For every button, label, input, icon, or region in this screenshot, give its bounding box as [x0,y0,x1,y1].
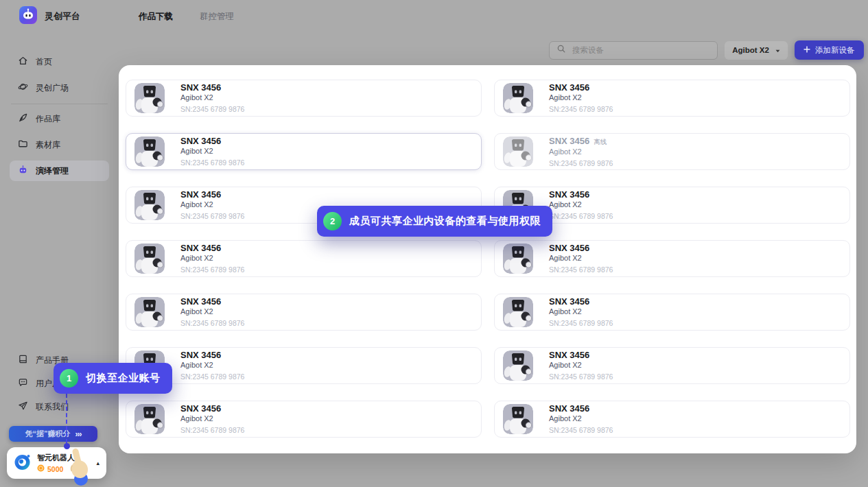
device-card[interactable]: SNX 3456 Agibot X2 SN:2345 6789 9876 [494,240,850,277]
device-serial-number: SN:2345 6789 9876 [180,319,244,327]
device-card[interactable]: SNX 3456 Agibot X2 SN:2345 6789 9876 [126,347,482,384]
collapse-caret-icon[interactable]: ▴ [96,460,99,466]
earn-points-button[interactable]: 凭“据”赚积分 ››› [9,426,97,442]
device-status-badge: 离线 [594,138,607,147]
device-model: Agibot X2 [549,361,613,369]
sidebar-item-contact-us[interactable]: 联系我们 [10,396,109,417]
device-info: SNX 3456 Agibot X2 SN:2345 6789 9876 [180,404,244,434]
device-card[interactable]: SNX 3456 Agibot X2 SN:2345 6789 9876 [494,80,850,117]
sidebar-item-label: 作品库 [36,113,60,125]
sidebar-item-works-library[interactable]: 作品库 [10,108,109,129]
device-model: Agibot X2 [180,307,244,316]
step-number-badge: 1 [60,369,78,388]
robot-thumbnail [134,404,165,434]
sidebar-item-home[interactable]: 首页 [10,51,109,72]
device-info: SNX 3456 Agibot X2 SN:2345 6789 9876 [549,244,613,274]
device-model: Agibot X2 [549,414,613,423]
device-info: SNX 3456 Agibot X2 SN:2345 6789 9876 [549,83,613,113]
device-title: SNX 3456 [549,190,589,200]
device-serial-number: SN:2345 6789 9876 [549,372,613,381]
device-model: Agibot X2 [180,414,244,423]
device-panel: SNX 3456 Agibot X2 SN:2345 6789 9876 SNX… [119,65,856,453]
add-device-label: 添加新设备 [815,45,855,56]
device-card[interactable]: SNX 3456 Agibot X2 SN:2345 6789 9876 [126,133,482,170]
device-info: SNX 3456 Agibot X2 SN:2345 6789 9876 [180,297,244,327]
device-card[interactable]: SNX 3456 Agibot X2 SN:2345 6789 9876 [126,240,482,277]
device-card[interactable]: SNX 3456 Agibot X2 SN:2345 6789 9876 [494,347,850,384]
robot-thumbnail [503,244,533,274]
sidebar-item-label: 首页 [36,56,52,68]
device-title: SNX 3456 [180,351,221,360]
device-serial-number: SN:2345 6789 9876 [549,212,613,220]
device-info: SNX 3456 Agibot X2 SN:2345 6789 9876 [180,83,244,113]
device-serial-number: SN:2345 6789 9876 [549,426,613,434]
device-title: SNX 3456 [180,297,221,307]
search-box[interactable] [549,41,718,60]
device-info: SNX 3456 Agibot X2 SN:2345 6789 9876 [180,136,244,167]
brand: 灵创平台 [19,6,80,27]
points-value: 5000 [47,465,63,473]
device-title: SNX 3456 [549,83,589,93]
tour-step-1-text: 切换至企业账号 [86,372,161,385]
coin-icon [37,464,45,473]
device-toolbar: Agibot X2 添加新设备 [549,40,864,60]
quill-icon [18,112,28,125]
tour-step-2-text: 成员可共享企业内设备的查看与使用权限 [349,215,541,228]
robot-thumbnail [503,83,533,113]
book-icon [18,354,28,366]
tab-works-download[interactable]: 作品下载 [139,11,173,23]
device-title: SNX 3456 [549,297,589,307]
device-card[interactable]: SNX 3456 Agibot X2 SN:2345 6789 9876 [494,401,850,438]
device-card[interactable]: SNX 3456 Agibot X2 SN:2345 6789 9876 [126,80,482,117]
device-card[interactable]: SNX 3456 Agibot X2 SN:2345 6789 9876 [126,294,482,331]
tour-step-2-tooltip: 2 成员可共享企业内设备的查看与使用权限 [317,206,552,237]
device-serial-number: SN:2345 6789 9876 [180,158,244,167]
search-icon [556,44,566,56]
device-serial-number: SN:2345 6789 9876 [180,212,244,220]
device-title: SNX 3456 [180,83,221,93]
brand-name: 灵创平台 [45,10,80,23]
pointer-hand-icon [64,446,95,486]
device-model: Agibot X2 [180,254,244,262]
device-info: SNX 3456 Agibot X2 SN:2345 6789 9876 [549,190,613,220]
device-model: Agibot X2 [180,93,244,102]
robot-thumbnail [503,351,533,381]
device-model: Agibot X2 [549,147,613,156]
device-title: SNX 3456 [549,351,589,360]
device-card[interactable]: SNX 3456 Agibot X2 SN:2345 6789 9876 [126,401,482,438]
add-device-button[interactable]: 添加新设备 [795,40,864,60]
device-title: SNX 3456 [180,190,221,200]
feedback-icon [18,377,28,390]
device-model: Agibot X2 [549,93,613,102]
tour-connector-line [66,394,67,443]
device-model: Agibot X2 [180,200,244,209]
device-grid: SNX 3456 Agibot X2 SN:2345 6789 9876 SNX… [119,65,856,452]
device-serial-number: SN:2345 6789 9876 [549,159,613,167]
tour-step-1-tooltip: 1 切换至企业账号 [54,363,172,394]
robot-icon [18,165,28,177]
device-card[interactable]: SNX 3456 Agibot X2 SN:2345 6789 9876 [494,294,850,331]
device-info: SNX 3456 离线 Agibot X2 SN:2345 6789 9876 [549,136,613,167]
tab-group-control[interactable]: 群控管理 [200,11,234,23]
search-input[interactable] [571,45,710,55]
plus-icon [804,46,810,54]
sidebar-item-label: 素材库 [36,139,60,151]
app-logo-icon [19,6,37,27]
model-filter-dropdown[interactable]: Agibot X2 [725,41,788,60]
robot-thumbnail [503,136,533,167]
device-title: SNX 3456 [180,404,221,414]
filter-value: Agibot X2 [732,46,769,54]
folder-icon [18,139,28,151]
sidebar-item-plaza[interactable]: 灵创广场 [10,78,109,98]
planet-icon [18,82,28,94]
sidebar-item-performance-management[interactable]: 演绎管理 [10,161,109,181]
device-info: SNX 3456 Agibot X2 SN:2345 6789 9876 [549,404,613,434]
device-title: SNX 3456 [549,404,589,414]
device-card[interactable]: SNX 3456 离线 Agibot X2 SN:2345 6789 9876 [494,133,850,170]
device-title: SNX 3456 [549,244,589,253]
device-info: SNX 3456 Agibot X2 SN:2345 6789 9876 [180,244,244,274]
sidebar-item-label: 联系我们 [36,401,69,413]
sidebar-item-material-library[interactable]: 素材库 [10,134,109,155]
earn-points-label: 凭“据”赚积分 [25,429,71,439]
robot-thumbnail [134,190,165,220]
